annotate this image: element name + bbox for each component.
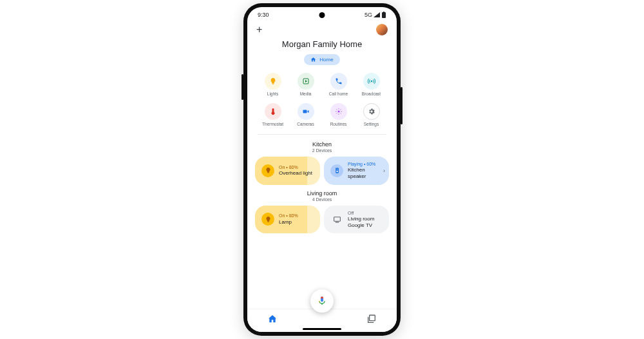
room-name: Kitchen bbox=[255, 141, 389, 148]
svg-point-18 bbox=[336, 171, 338, 173]
home-title: Morgan Family Home bbox=[247, 39, 397, 49]
device-status: On • 80% bbox=[279, 213, 298, 218]
svg-line-13 bbox=[336, 113, 337, 113]
shortcut-call-home[interactable]: Call home bbox=[323, 73, 354, 97]
shortcut-media[interactable]: Media bbox=[290, 73, 321, 97]
shortcut-cameras[interactable]: Cameras bbox=[290, 103, 321, 127]
svg-rect-2 bbox=[272, 84, 274, 84]
bulb-icon bbox=[265, 216, 272, 223]
svg-rect-0 bbox=[382, 12, 386, 18]
divider bbox=[258, 134, 386, 135]
svg-line-11 bbox=[336, 109, 337, 110]
add-button[interactable]: + bbox=[256, 24, 262, 35]
room-device-count: 4 Devices bbox=[255, 197, 389, 202]
play-icon bbox=[302, 77, 310, 85]
phone-frame: 9:30 5G + Morgan Family Home Home bbox=[243, 3, 401, 336]
svg-point-17 bbox=[336, 169, 337, 170]
device-name: Kitchen speaker bbox=[348, 167, 383, 179]
svg-point-4 bbox=[371, 81, 372, 82]
svg-rect-5 bbox=[303, 110, 307, 113]
battery-icon bbox=[381, 12, 386, 18]
account-avatar[interactable] bbox=[376, 24, 388, 35]
svg-line-14 bbox=[340, 109, 341, 110]
bulb-icon bbox=[269, 77, 277, 85]
svg-rect-15 bbox=[267, 173, 269, 173]
camera-icon bbox=[302, 108, 310, 115]
shortcut-label: Routines bbox=[330, 122, 347, 127]
feed-icon bbox=[366, 314, 377, 324]
routines-icon bbox=[335, 108, 343, 115]
nav-feed[interactable] bbox=[359, 314, 384, 324]
mic-icon bbox=[317, 296, 327, 306]
room-device-count: 2 Devices bbox=[255, 148, 389, 153]
shortcut-label: Lights bbox=[267, 92, 278, 97]
signal-icon bbox=[374, 12, 380, 17]
home-icon bbox=[267, 314, 278, 324]
chevron-right-icon: › bbox=[383, 168, 385, 174]
device-status: Off bbox=[348, 211, 383, 216]
device-name: Overhead light bbox=[279, 170, 312, 177]
nav-home[interactable] bbox=[260, 314, 285, 324]
shortcut-label: Call home bbox=[329, 92, 348, 97]
shortcut-label: Thermostat bbox=[262, 122, 283, 127]
assistant-mic-fab[interactable] bbox=[310, 289, 334, 313]
shortcut-label: Settings bbox=[364, 122, 379, 127]
status-indicators: 5G bbox=[365, 12, 386, 18]
home-chip[interactable]: Home bbox=[304, 54, 339, 65]
tv-icon bbox=[333, 215, 341, 224]
shortcuts-grid: Lights Media Call home Broadcast Thermos… bbox=[247, 65, 397, 133]
device-status: On • 80% bbox=[279, 165, 312, 170]
room-kitchen: Kitchen 2 Devices On • 80% Overhead ligh… bbox=[247, 141, 397, 190]
device-name: Lamp bbox=[279, 219, 298, 226]
top-bar: + bbox=[247, 23, 397, 35]
bulb-icon bbox=[265, 167, 272, 174]
device-status: Playing • 60% bbox=[348, 162, 383, 167]
shortcut-broadcast[interactable]: Broadcast bbox=[356, 73, 386, 97]
device-card-kitchen-speaker[interactable]: Playing • 60% Kitchen speaker › bbox=[324, 157, 389, 185]
gear-icon bbox=[368, 108, 375, 115]
device-card-lamp[interactable]: On • 80% Lamp bbox=[255, 206, 320, 234]
room-name: Living room bbox=[255, 190, 389, 197]
svg-rect-1 bbox=[383, 12, 384, 13]
phone-icon bbox=[335, 77, 343, 85]
shortcut-thermostat[interactable]: Thermostat bbox=[258, 103, 288, 127]
shortcut-label: Broadcast bbox=[362, 92, 381, 97]
thermo-icon bbox=[269, 108, 277, 115]
speaker-icon bbox=[334, 167, 341, 174]
status-network-label: 5G bbox=[365, 12, 372, 18]
home-icon bbox=[310, 57, 316, 63]
device-name: Living room Google TV bbox=[348, 216, 383, 228]
svg-rect-20 bbox=[334, 217, 340, 222]
device-card-overhead-light[interactable]: On • 80% Overhead light bbox=[255, 157, 320, 185]
status-time: 9:30 bbox=[258, 12, 269, 18]
svg-rect-22 bbox=[370, 315, 375, 321]
screen: 9:30 5G + Morgan Family Home Home bbox=[247, 7, 397, 332]
shortcut-routines[interactable]: Routines bbox=[323, 103, 354, 127]
home-indicator bbox=[303, 328, 341, 330]
content: + Morgan Family Home Home Lights Media bbox=[247, 23, 397, 332]
home-chip-label: Home bbox=[319, 57, 333, 63]
room-living-room: Living room 4 Devices On • 80% Lamp bbox=[247, 190, 397, 239]
camera-hole bbox=[319, 12, 325, 18]
shortcut-label: Media bbox=[300, 92, 312, 97]
broadcast-icon bbox=[368, 77, 375, 85]
svg-point-6 bbox=[337, 110, 339, 112]
device-card-living-room-tv[interactable]: Off Living room Google TV bbox=[324, 206, 389, 234]
shortcut-lights[interactable]: Lights bbox=[258, 73, 288, 97]
svg-line-12 bbox=[340, 113, 341, 113]
shortcut-settings[interactable]: Settings bbox=[356, 103, 386, 127]
svg-rect-19 bbox=[267, 222, 269, 222]
shortcut-label: Cameras bbox=[297, 122, 314, 127]
